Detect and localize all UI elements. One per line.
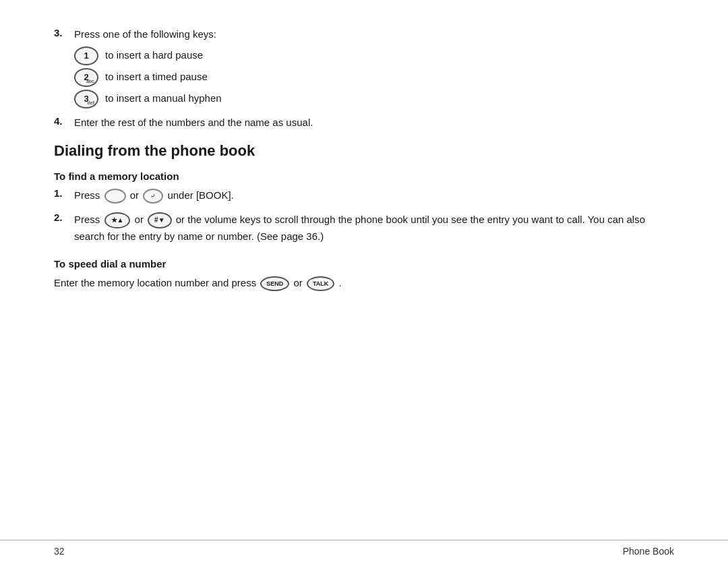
step-3-item: 3. Press one of the following keys: [54,27,674,42]
key-2-sub: abc [86,79,94,84]
book-btn-left [104,189,126,204]
key-3-button: 3 def [74,90,98,108]
sub1-step-2-body: Press ★▲ or #▼ or the volume keys to scr… [74,212,674,245]
sub1-step-2: 2. Press ★▲ or #▼ or the volume keys to … [54,212,674,245]
sub1-step-2-pre: Press [74,214,100,225]
footer-page-number: 32 [54,546,65,557]
sub1-step-1-mid: or [130,189,139,201]
step-4-text: Enter the rest of the numbers and the na… [74,115,313,131]
key-1-button: 1 [74,46,98,65]
speed-dial-pre: Enter the memory location number and pre… [54,277,256,288]
key-1-label: to insert a hard pause [105,48,203,63]
key-1-digit: 1 [84,51,88,60]
key-3-label: to insert a manual hyphen [105,91,222,106]
sub1-step-2-or1: or [135,214,144,225]
send-button: SEND [260,276,289,291]
key-2-row: 2 abc to insert a timed pause [74,68,674,87]
step-3-text: Press one of the following keys: [74,27,216,42]
key-1-row: 1 to insert a hard pause [74,46,674,65]
page-footer: 32 Phone Book [0,540,728,562]
sub1-step-1-pre: Press [74,189,100,201]
step-3-number: 3. [54,27,74,38]
hash-down-button: #▼ [148,212,171,228]
sub1-step-1-post: under [BOOK]. [167,189,233,201]
section-heading: Dialing from the phone book [54,142,674,160]
subsection-1-heading: To find a memory location [54,170,674,182]
talk-button: TALK [307,276,334,291]
footer-section-name: Phone Book [623,546,674,557]
key-3-sub: def [88,100,95,105]
key-2-button: 2 abc [74,68,98,87]
speed-dial-para: Enter the memory location number and pre… [54,275,674,291]
subsection-2-heading: To speed dial a number [54,258,674,270]
key-2-label: to insert a timed pause [105,69,208,85]
key-3-row: 3 def to insert a manual hyphen [74,90,674,108]
speed-dial-period: . [339,277,342,288]
step-4-item: 4. Enter the rest of the numbers and the… [54,115,674,131]
star-up-button: ★▲ [104,212,131,228]
book-btn-right: ⤶ [143,189,163,204]
sub1-step-1-number: 1. [54,187,74,199]
step-4-number: 4. [54,115,74,127]
page-content: 3. Press one of the following keys: 1 to… [0,0,728,540]
speed-dial-or: or [294,277,303,288]
sub1-step-1-body: Press or ⤶ under [BOOK]. [74,187,234,204]
sub1-step-2-number: 2. [54,212,74,223]
sub1-step-1: 1. Press or ⤶ under [BOOK]. [54,187,674,204]
